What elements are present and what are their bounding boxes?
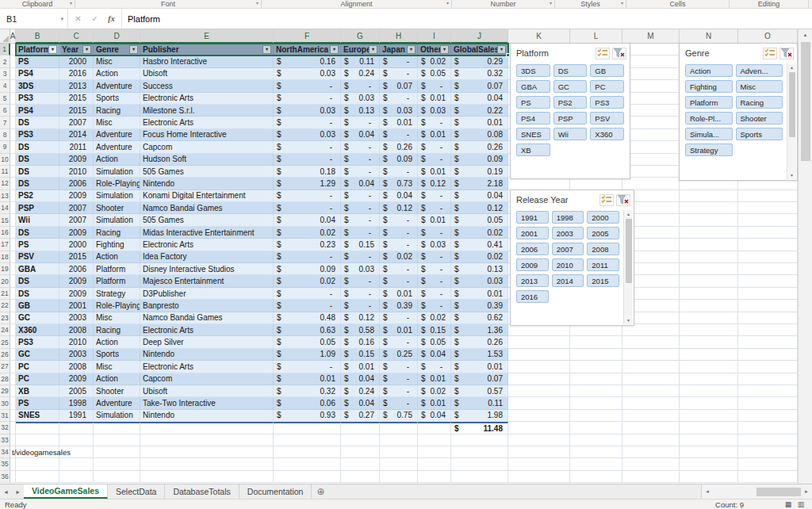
scroll-up-icon[interactable]: ▲ bbox=[790, 63, 794, 71]
cell-E33[interactable] bbox=[140, 434, 274, 446]
cell-J7[interactable]: $0.01 bbox=[451, 117, 508, 128]
cell-B25[interactable]: PS3 bbox=[16, 336, 59, 348]
cell-D34[interactable] bbox=[94, 446, 140, 458]
cell-C10[interactable]: 2009 bbox=[59, 154, 94, 166]
scroll-down-icon[interactable]: ▼ bbox=[626, 316, 630, 324]
cell-M7[interactable] bbox=[622, 117, 680, 128]
cell-J1[interactable]: GlobalSales▾ bbox=[451, 44, 508, 55]
cell-D18[interactable]: Action bbox=[94, 251, 140, 263]
cell-M30[interactable] bbox=[622, 397, 680, 409]
cell-K29[interactable] bbox=[508, 385, 570, 397]
cell-H4[interactable]: $0.07 bbox=[380, 80, 418, 92]
cell-H15[interactable]: $- bbox=[380, 214, 418, 226]
cell-O22[interactable] bbox=[738, 300, 798, 312]
slicer-genre[interactable]: GenreActionAdven...FightingMiscPlatformR… bbox=[679, 43, 798, 181]
cell-N24[interactable] bbox=[680, 324, 738, 336]
sheet-tab-selectdata[interactable]: SelectData bbox=[108, 484, 165, 499]
row-header-36[interactable]: 36 bbox=[0, 471, 10, 483]
cell-H6[interactable]: $0.03 bbox=[380, 105, 418, 117]
slicer-platform[interactable]: Platform3DSDSGBGBAGCPCPSPS2PS3PS4PSPPSVS… bbox=[510, 43, 630, 179]
new-sheet-icon[interactable]: ⊕ bbox=[312, 484, 329, 499]
row-header-18[interactable]: 18 bbox=[0, 251, 10, 263]
cell-H10[interactable]: $0.09 bbox=[380, 154, 418, 166]
cell-H18[interactable]: $0.02 bbox=[380, 251, 418, 263]
cell-C35[interactable] bbox=[59, 458, 94, 470]
cell-H3[interactable]: $- bbox=[380, 68, 418, 80]
cell-E30[interactable]: Take-Two Interactive bbox=[140, 397, 274, 409]
row-header-5[interactable]: 5 bbox=[0, 93, 10, 105]
slicer-item-psv[interactable]: PSV bbox=[590, 112, 624, 124]
cell-B6[interactable]: PS4 bbox=[16, 105, 59, 117]
cell-O14[interactable] bbox=[738, 202, 798, 214]
cell-G16[interactable]: $- bbox=[341, 227, 380, 239]
cell-C4[interactable]: 2013 bbox=[59, 80, 94, 92]
cell-A24[interactable] bbox=[10, 324, 16, 336]
normal-view-icon[interactable]: ▦ bbox=[782, 500, 795, 508]
cell-E17[interactable]: Electronic Arts bbox=[140, 239, 274, 251]
cell-I31[interactable]: $0.04 bbox=[418, 410, 451, 422]
cell-C13[interactable]: 2009 bbox=[59, 190, 94, 202]
cell-M28[interactable] bbox=[622, 373, 680, 385]
dialog-launcher-icon[interactable]: ▾ bbox=[256, 0, 259, 6]
cell-N23[interactable] bbox=[680, 312, 738, 324]
cell-M2[interactable] bbox=[622, 55, 680, 67]
cell-I18[interactable]: $- bbox=[418, 251, 451, 263]
row-header-13[interactable]: 13 bbox=[0, 190, 10, 202]
cell-K27[interactable] bbox=[508, 361, 570, 373]
cell-B19[interactable]: GBA bbox=[16, 263, 59, 275]
horizontal-scrollbar[interactable]: ◄► bbox=[701, 484, 812, 499]
cell-G17[interactable]: $0.15 bbox=[341, 239, 380, 251]
cell-N28[interactable] bbox=[680, 373, 738, 385]
cell-N33[interactable] bbox=[680, 434, 738, 446]
slicer-item-x360[interactable]: X360 bbox=[590, 128, 624, 140]
cell-D24[interactable]: Racing bbox=[94, 324, 140, 336]
cell-N30[interactable] bbox=[680, 397, 738, 409]
cell-J21[interactable]: $0.01 bbox=[451, 288, 508, 300]
clear-filter-icon[interactable] bbox=[779, 48, 794, 59]
cell-B12[interactable]: DS bbox=[16, 178, 59, 189]
row-header-34[interactable]: 34 bbox=[0, 446, 10, 458]
cell-F2[interactable]: $0.16 bbox=[274, 55, 341, 67]
slicer-item-wii[interactable]: Wii bbox=[553, 128, 588, 140]
cell-H30[interactable]: $- bbox=[380, 397, 418, 409]
cell-I35[interactable] bbox=[418, 458, 451, 470]
row-header-21[interactable]: 21 bbox=[0, 288, 10, 300]
cell-H1[interactable]: Japan▾ bbox=[380, 44, 418, 55]
cell-D1[interactable]: Genre▾ bbox=[94, 44, 140, 55]
cell-N31[interactable] bbox=[680, 410, 738, 422]
cell-H17[interactable]: $- bbox=[380, 239, 418, 251]
cell-M25[interactable] bbox=[622, 336, 680, 348]
cell-D9[interactable]: Adventure bbox=[94, 141, 140, 153]
cell-D12[interactable]: Role-Playing bbox=[94, 178, 140, 189]
cell-M1[interactable] bbox=[622, 44, 680, 55]
cell-O29[interactable] bbox=[738, 385, 798, 397]
cell-G18[interactable]: $- bbox=[341, 251, 380, 263]
cell-J33[interactable] bbox=[451, 434, 508, 446]
cell-B23[interactable]: GC bbox=[16, 312, 59, 324]
filter-arrow-icon[interactable]: ▾ bbox=[330, 45, 339, 54]
cell-J9[interactable]: $0.26 bbox=[451, 141, 508, 153]
cell-J35[interactable] bbox=[451, 458, 508, 470]
scroll-down-icon[interactable]: ▼ bbox=[790, 171, 794, 179]
cell-I8[interactable]: $0.01 bbox=[418, 129, 451, 141]
cell-B17[interactable]: PS bbox=[16, 239, 59, 251]
slicer-item-sports[interactable]: Sports bbox=[736, 128, 783, 140]
cell-J36[interactable] bbox=[451, 471, 508, 483]
cell-H7[interactable]: $0.01 bbox=[380, 117, 418, 128]
cell-F3[interactable]: $0.03 bbox=[274, 68, 341, 80]
row-header-25[interactable]: 25 bbox=[0, 336, 10, 348]
multi-select-icon[interactable] bbox=[599, 194, 614, 206]
cell-J32[interactable]: $11.48 bbox=[451, 422, 508, 434]
cell-O25[interactable] bbox=[738, 336, 798, 348]
cell-B27[interactable]: PC bbox=[16, 361, 59, 373]
cell-N18[interactable] bbox=[680, 251, 738, 263]
cell-L35[interactable] bbox=[570, 458, 622, 470]
cell-B32[interactable] bbox=[16, 422, 59, 434]
slicer-item-action[interactable]: Action bbox=[685, 64, 733, 77]
cell-H34[interactable] bbox=[380, 446, 418, 458]
cell-F8[interactable]: $0.03 bbox=[274, 129, 341, 141]
cell-A35[interactable] bbox=[10, 458, 16, 470]
cell-O35[interactable] bbox=[738, 458, 798, 470]
row-header-33[interactable]: 33 bbox=[0, 434, 10, 446]
cell-O28[interactable] bbox=[738, 373, 798, 385]
